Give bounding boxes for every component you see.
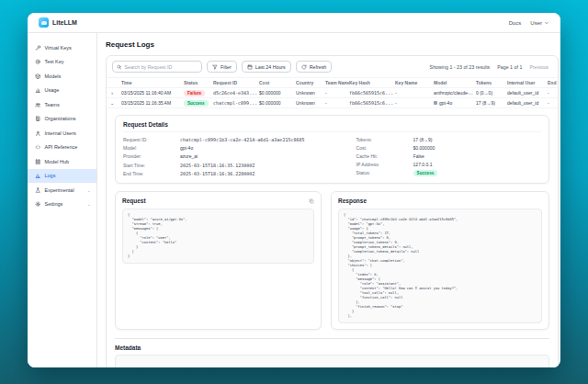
cell-request-id: d5c26ce4-e343... [213,90,259,96]
detail-label: Start Time: [123,163,180,168]
request-panel-title: Request [122,198,146,204]
sidebar-item-label: Experimental [45,187,74,193]
models-icon [35,73,41,80]
metadata-title: Metadata [115,344,549,351]
cell-team-name: - [325,90,349,96]
filter-button-label: Filter [220,64,232,70]
user-menu[interactable]: User [530,20,549,26]
teams-icon [35,102,41,108]
expanded-row-details: Request Details Request ID: chatcmpl-c89… [107,108,558,367]
detail-label: IP Address: [356,162,413,167]
page-title: Request Logs [106,40,559,49]
sidebar-item-experimental[interactable]: Experimental ⌄ [28,183,96,198]
detail-start-time: 2025-03-15T18:16:35.123000Z [180,163,336,168]
table-row[interactable]: ⌄ 03/15/2025 11:16:35 AM Success chatcmp… [107,98,558,108]
refresh-button[interactable]: Refresh [296,61,333,73]
detail-request-id: chatcmpl-c899c1b3-ca2e-4214-a6d1-a3ae215… [180,137,336,142]
docs-link[interactable]: Docs [509,20,522,26]
funnel-icon [212,64,218,70]
detail-cache-hit: False [413,153,541,159]
response-json: { "id": "chatcmpl-c899c1b3-ca2e-4214-a6d… [344,213,537,319]
cell-request-id: chatcmpl-c899... [213,100,259,106]
cell-model: gpt-4o [434,100,476,106]
cell-end-user: - [548,90,559,96]
cell-cost: $0.000000 [259,100,296,106]
sidebar-item-label: API Reference [45,144,78,150]
column-header-request-id: Request ID [213,80,259,85]
collapse-row-button[interactable]: ⌄ [107,100,121,106]
cell-key-hash: fb66c565915c6... [349,100,395,106]
detail-tokens: 17 (8→9) [413,137,541,142]
column-header-cost: Cost [259,80,296,85]
column-header-end-user: End User [548,80,559,85]
detail-cost: $0.000000 [413,145,541,151]
detail-label: Provider: [123,153,180,159]
model-hub-icon [35,159,41,165]
sidebar-item-settings[interactable]: Settings ⌄ [28,198,96,212]
sidebar-item-label: Logs [45,173,56,178]
copy-icon[interactable] [309,198,314,204]
search-icon [117,64,121,70]
api-reference-icon [35,144,41,151]
cell-key-name: - [395,90,434,96]
organizations-icon [35,116,41,122]
response-code-box: { "id": "chatcmpl-c899c1b3-ca2e-4214-a6d… [338,209,542,323]
detail-model: gpt-4o [180,145,336,151]
cell-time: 03/15/2025 11:16:40 AM [121,90,184,96]
expand-row-button[interactable]: › [107,90,121,96]
cell-cost: $0.000000 [259,90,296,96]
sidebar-item-test-key[interactable]: Test Key [28,55,96,70]
key-icon [35,45,41,51]
cell-key-name: - [395,100,434,106]
calendar-icon [247,64,253,70]
top-navbar: LiteLLM Docs User [28,13,560,33]
sidebar-item-organizations[interactable]: Organizations [28,112,96,127]
sidebar-item-teams[interactable]: Teams [28,97,96,112]
sidebar-item-virtual-keys[interactable]: Virtual Keys [28,40,96,55]
cell-key-hash: fb66c565915c6... [349,90,395,96]
sidebar-item-label: Internal Users [45,130,76,136]
sidebar-item-label: Models [45,73,62,79]
detail-label: Cache Hit: [356,153,413,159]
chevron-down-icon: ⌄ [87,187,91,193]
table-row[interactable]: › 03/15/2025 11:16:40 AM Failure d5c26ce… [107,88,558,98]
sidebar-item-internal-users[interactable]: Internal Users [28,126,96,141]
column-header-team-name: Team Name [325,80,349,85]
cell-model: anthropic/claude-... [434,90,476,96]
column-header-key-name: Key Name [395,80,434,85]
user-menu-label: User [530,20,542,26]
cell-internal-user: default_user_id [507,90,548,96]
sidebar-item-label: Virtual Keys [45,45,72,51]
detail-provider: azure_ai [180,153,336,159]
detail-label: Model: [123,145,180,151]
results-count: Showing 1 - 23 of 23 results [430,64,491,70]
cell-team-name: - [325,100,349,106]
model-provider-icon [434,101,437,105]
model-name: gpt-4o [439,100,452,106]
test-key-icon [35,59,41,65]
detail-label: Status: [356,170,413,176]
previous-page-button[interactable]: Previous [529,64,548,70]
search-input[interactable] [124,64,198,70]
sidebar-item-logs[interactable]: Logs [28,169,96,184]
sidebar-item-label: Model Hub [45,159,70,164]
sidebar-item-model-hub[interactable]: Model Hub [28,154,96,169]
internal-users-icon [35,130,41,137]
experimental-flask-icon [35,187,41,194]
sidebar: Virtual Keys Test Key Models Usage Teams [28,33,97,367]
column-header-tokens: Tokens [476,80,507,85]
time-range-button[interactable]: Last 24 Hours [242,61,291,73]
chevron-down-icon: ⌄ [87,201,91,207]
status-badge: Failure [184,90,205,96]
sidebar-item-models[interactable]: Models [28,69,96,84]
response-panel: Response { "id": "chatcmpl-c899c1b3-ca2e… [331,191,549,330]
litellm-app-window: LiteLLM Docs User Virtual Keys Test Ke [28,13,560,367]
filter-button[interactable]: Filter [207,61,237,73]
column-header-key-hash: Key Hash [349,80,395,85]
cell-tokens: 0 (0→0) [476,90,507,96]
sidebar-item-label: Usage [45,87,60,93]
sidebar-item-api-reference[interactable]: API Reference [28,141,96,155]
brand-name: LiteLLM [52,19,77,26]
detail-ip-address: 127.0.0.1 [413,162,541,167]
sidebar-item-usage[interactable]: Usage [28,84,96,98]
